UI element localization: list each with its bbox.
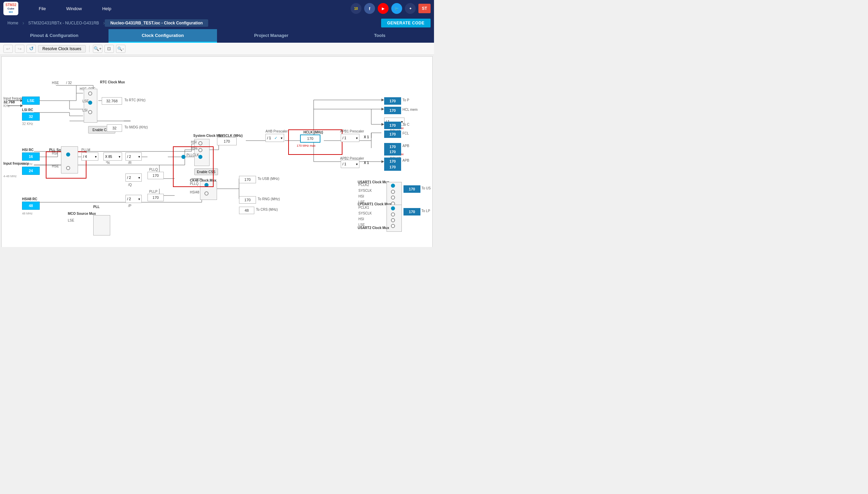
iwdg-value-box[interactable]: 32 — [107, 124, 122, 132]
zoom-out-button[interactable]: 🔍- — [116, 45, 126, 53]
ck48-radio-hsi48[interactable] — [204, 191, 208, 195]
svg-marker-77 — [382, 160, 384, 163]
sys-mux-radio-hsi[interactable] — [198, 141, 202, 145]
enable-css-btn-2[interactable]: Enable CSS — [194, 168, 218, 175]
pllq-out-label: PLLQ — [149, 168, 158, 171]
ahb-prescaler-dropdown[interactable]: / 1 ✓ ▾ — [265, 134, 284, 142]
apb2-out2[interactable]: 170 — [384, 163, 401, 171]
apb2-prescaler-dropdown[interactable]: / 1 ▾ — [341, 160, 359, 168]
hse-rtc-label: HSE — [52, 81, 59, 85]
ck48-radio-pllq[interactable] — [204, 183, 208, 187]
lse-freq-unit: KHz — [3, 104, 10, 108]
usb-value-box[interactable]: 170 — [239, 176, 256, 183]
to-usb-label: To USB (MHz) — [258, 177, 279, 180]
output-top-1[interactable]: 170 — [384, 97, 401, 105]
pllm-label: PLLM — [81, 148, 90, 152]
output-top-2[interactable]: 170 — [384, 107, 401, 114]
lpuart1-radio-lse[interactable] — [391, 224, 395, 228]
logo-area: STM32 Cube MX — [3, 2, 18, 15]
pclk1-lp: PCLK1 — [358, 206, 369, 209]
to-iwdg-label: To IWDG (KHz) — [125, 125, 148, 129]
lpuart1-radio-pclk1[interactable] — [391, 206, 395, 210]
lse-box[interactable]: LSE — [22, 97, 40, 105]
tab-bar: Pinout & Configuration Clock Configurati… — [0, 29, 434, 43]
rtc-value-box[interactable]: 32.768 — [102, 97, 122, 105]
twitter-icon[interactable]: 🐦 — [391, 3, 402, 14]
crs-value-box[interactable]: 48 — [239, 207, 254, 214]
divQ-dropdown[interactable]: / 2 ▾ — [126, 173, 142, 182]
apb1-out2[interactable]: 170 — [384, 148, 401, 155]
hse-pll-label: HSE — [52, 164, 59, 168]
ahb-prescaler-label: AHB Prescaler — [265, 129, 288, 133]
network-icon[interactable]: ✦ — [405, 3, 416, 14]
breadcrumb-home[interactable]: Home — [3, 21, 22, 25]
pllp-value-box[interactable]: 170 — [147, 194, 164, 201]
youtube-icon[interactable]: ▶ — [378, 3, 389, 14]
rtc-mux-radio-hse[interactable] — [88, 92, 92, 96]
to-rtc-label: To RTC (KHz) — [125, 98, 145, 102]
zoom-in-button[interactable]: 🔍+ — [93, 45, 103, 53]
pllclk-radio[interactable] — [181, 155, 185, 159]
pllq-value-box[interactable]: 170 — [147, 172, 164, 179]
lpuart1-radio-sysclk[interactable] — [391, 212, 395, 216]
sys-mux-hsi-label: HSI — [191, 140, 197, 144]
hsi-rc-label: HSI RC — [22, 148, 34, 152]
usart1-output[interactable]: 170 — [404, 185, 421, 193]
lse-freq-value: 32.768 — [3, 100, 15, 104]
usart1-radio-sysclk[interactable] — [391, 190, 395, 194]
tab-clock[interactable]: Clock Configuration — [109, 29, 217, 43]
resolve-clock-button[interactable]: Resolve Clock Issues — [38, 45, 86, 53]
lsi-box[interactable]: 32 — [22, 113, 40, 121]
rtc-mux-radio-lsi[interactable] — [88, 110, 92, 114]
divR-dropdown[interactable]: / 2 ▾ — [126, 152, 142, 160]
pll-mux-radio-hsi[interactable] — [66, 152, 70, 156]
sysclk-value-box[interactable]: 170 — [217, 137, 237, 145]
lpuart1-radio-hsi[interactable] — [391, 218, 395, 222]
hsi48-box[interactable]: 48 — [22, 202, 40, 210]
hsi48-rc-label: HSI48 RC — [22, 197, 37, 201]
help-menu[interactable]: Help — [92, 6, 122, 11]
apb1-prescaler-dropdown[interactable]: / 1 ▾ — [341, 134, 359, 142]
pllm-dropdown[interactable]: / 4 ▾ — [81, 152, 98, 160]
to-c-label: To C — [403, 123, 410, 126]
hsi-u1: HSI — [358, 194, 364, 198]
tab-tools[interactable]: Tools — [326, 29, 434, 43]
apb1-x1-label: X 1 — [364, 135, 369, 139]
r-label: /R — [128, 161, 132, 165]
logo-cube-text: Cube — [7, 7, 14, 11]
breadcrumb-project[interactable]: STM32G431RBTx - NUCLEO-G431RB — [24, 21, 103, 25]
redo-button[interactable]: ↪ — [15, 45, 24, 53]
p-label: /P — [128, 204, 131, 208]
usart1-radio-hsi[interactable] — [391, 195, 395, 200]
breadcrumb-bar: Home › STM32G431RBTx - NUCLEO-G431RB › N… — [0, 17, 434, 29]
pll-mux-radio-hse[interactable] — [66, 166, 70, 170]
facebook-icon[interactable]: f — [364, 3, 375, 14]
sysclk-u1: SYSCLK — [358, 189, 372, 192]
output-top-3[interactable]: 170 — [384, 122, 401, 129]
rng-value-box[interactable]: 170 — [239, 196, 256, 204]
hsi-rc-box[interactable]: 16 — [22, 152, 40, 160]
q-label: /Q — [128, 183, 132, 187]
file-menu[interactable]: File — [29, 6, 56, 11]
pllq-ck48-label: PLLQ — [190, 182, 199, 186]
svg-marker-42 — [382, 108, 384, 111]
usart1-radio-pclk2[interactable] — [391, 184, 395, 188]
fit-button[interactable]: ⊡ — [105, 45, 114, 53]
hclk-value-box[interactable]: 170 — [300, 134, 320, 142]
output-top-4[interactable]: 170 — [384, 130, 401, 138]
refresh-button[interactable]: ↺ — [26, 45, 36, 53]
hclk-max-label: 170 MHz max — [297, 144, 316, 147]
undo-button[interactable]: ↩ — [3, 45, 13, 53]
x85-dropdown[interactable]: X 85 ▾ — [104, 152, 122, 160]
tab-pinout[interactable]: Pinout & Configuration — [0, 29, 109, 43]
generate-code-button[interactable]: GENERATE CODE — [381, 19, 431, 27]
divP-dropdown[interactable]: / 2 ▾ — [126, 195, 142, 203]
hcl-mem-label: HCL mem — [403, 108, 418, 112]
svg-marker-70 — [382, 123, 384, 126]
window-menu[interactable]: Window — [56, 6, 92, 11]
apb2-out-label: APB — [403, 158, 409, 162]
tab-project[interactable]: Project Manager — [217, 29, 326, 43]
hse-box[interactable]: 24 — [22, 167, 40, 175]
lpuart1-output[interactable]: 170 — [404, 208, 421, 215]
sys-mux-radio-hse[interactable] — [198, 148, 202, 152]
